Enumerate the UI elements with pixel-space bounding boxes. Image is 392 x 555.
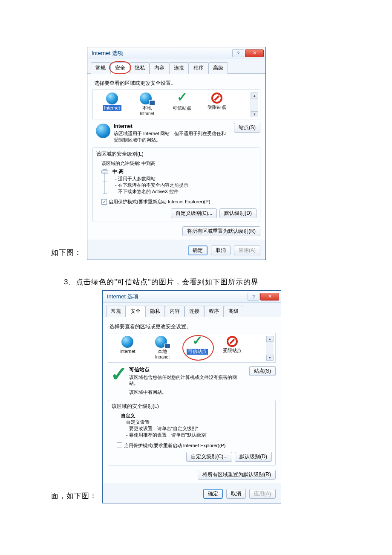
security-level-inner: 自定义 自定义设置 - 要更改设置，请单击"自定义级别" - 要使用推荐的设置，… [112,413,272,462]
deny-icon [227,336,238,347]
tab-programs[interactable]: 程序 [189,62,208,74]
tab-content[interactable]: 内容 [150,62,169,74]
zone-desc-body-1: 该区域包含您信任对您的计算机或文件没有损害的网站。 [129,374,246,387]
tab-general[interactable]: 常规 [91,62,110,74]
close-button[interactable]: ✕ [245,49,264,57]
apply-button[interactable]: 应用(A) [234,246,260,255]
scroll-up-icon[interactable]: ▴ [251,92,258,98]
scroll-track[interactable] [266,342,274,355]
help-button[interactable]: ? [248,293,259,301]
zone-internet-label: Internet [103,105,121,111]
tab-bar: 常规 安全 隐私 内容 连接 程序 高级 [87,59,265,74]
help-button[interactable]: ? [232,49,244,57]
level-bullet-1: - 适用于大多数网站 [115,176,188,182]
zone-scrollbar[interactable]: ▴ ▾ [266,336,274,361]
protected-mode-row: 启用保护模式(要求重新启动 Internet Explorer)(P) [117,442,272,449]
custom-line-3: - 要使用推荐的设置，请单击"默认级别" [126,432,272,438]
sites-button[interactable]: 站点(S) [234,123,260,133]
zone-desc-title: Internet [114,123,231,130]
reset-all-button[interactable]: 将所有区域重置为默认级别(R) [182,226,260,236]
protected-mode-checkbox[interactable] [117,442,122,448]
sites-btn-col: 站点(S) [246,366,276,376]
caption-before-1: 如下图： [51,248,82,260]
reset-row: 将所有区域重置为默认级别(R) [92,226,260,236]
level-buttons: 自定义级别(C)... 默认级别(D) [96,208,257,218]
tab-connections[interactable]: 连接 [169,62,189,74]
security-level-label: 该区域的安全级别(L) [96,150,257,158]
check-icon [109,367,128,387]
zone-local-label: 本地 [130,105,164,111]
tab-security[interactable]: 安全 [110,62,130,74]
zone-trusted-sites[interactable]: 可信站点 [180,336,215,356]
zone-desc-body: 该区域适用于 Internet 网站，但不适用于列在受信任和受限制区域中的网站。 [114,130,231,143]
tab-programs[interactable]: 程序 [204,306,224,317]
zone-trusted-sites[interactable]: 可信站点 [164,92,199,112]
zone-restricted-sites[interactable]: 受限站点 [199,92,234,111]
zone-desc-icon-col [108,366,129,387]
scroll-down-icon[interactable]: ▾ [266,355,274,361]
protected-mode-label: 启用保护模式(要求重新启动 Internet Explorer)(P) [124,442,225,449]
check-icon [176,92,188,104]
default-level-button[interactable]: 默认级别(D) [235,452,272,462]
zone-restricted-label: 受限站点 [215,348,250,354]
tab-connections[interactable]: 连接 [184,306,204,317]
tab-privacy[interactable]: 隐私 [130,62,150,74]
custom-level-button[interactable]: 自定义级别(C)... [186,452,233,462]
tab-advanced[interactable]: 高级 [208,62,228,74]
scroll-track[interactable] [251,98,258,111]
zone-internet[interactable]: Internet [110,336,145,356]
security-level-group: 该区域的安全级别(L) 该区域的允许级别: 中到高 [92,147,260,222]
ok-button[interactable]: 确定 [188,246,208,255]
security-slider[interactable] [101,169,108,194]
tab-advanced[interactable]: 高级 [224,306,243,317]
ok-button[interactable]: 确定 [203,489,223,499]
figure2-row: 面，如下图： Internet 选项 ? ✕ 常规 安全 隐私 内容 连接 程序… [51,290,341,503]
tab-general[interactable]: 常规 [106,306,126,317]
scroll-up-icon[interactable]: ▴ [266,336,274,342]
close-button[interactable]: ✕ [260,293,279,301]
level-bullet-2: - 在下载潜在的不安全内容之前提示 [115,182,188,188]
internet-options-dialog-1: Internet 选项 ? ✕ 常规 安全 隐私 内容 连接 程序 高级 选择要… [87,47,266,260]
zone-internet[interactable]: Internet [95,92,130,112]
tab-privacy[interactable]: 隐私 [145,306,165,317]
security-level-group: 该区域的安全级别(L) 自定义 自定义设置 - 要更改设置，请单击"自定义级别"… [108,400,276,465]
zone-desc-body-2: 该区域中有网站。 [129,389,246,396]
protected-mode-label: 启用保护模式(要求重新启动 Internet Explorer)(P) [109,199,210,205]
dialog-title: Internet 选项 [92,49,123,57]
cancel-button[interactable]: 取消 [226,489,246,499]
zone-description: 可信站点 该区域包含您信任对您的计算机或文件没有损害的网站。 该区域中有网站。 … [108,366,276,396]
zone-local-intranet[interactable]: 本地 Intranet [130,92,164,117]
dialog-title: Internet 选项 [107,293,138,301]
custom-level-button[interactable]: 自定义级别(C)... [171,208,217,218]
tab-content[interactable]: 内容 [165,306,184,317]
titlebar: Internet 选项 ? ✕ [87,47,265,59]
zone-local-sub: Intranet [145,355,180,360]
reset-row: 将所有区域重置为默认级别(R) [108,470,276,480]
level-description: 中-高 - 适用于大多数网站 - 在下载潜在的不安全内容之前提示 - 不下载未签… [112,168,188,194]
tab-security[interactable]: 安全 [126,306,145,317]
custom-line-2: - 要更改设置，请单击"自定义级别" [126,425,272,432]
reset-all-button[interactable]: 将所有区域重置为默认级别(R) [198,470,276,480]
custom-title: 自定义 [121,413,272,419]
zone-scrollbar[interactable]: ▴ ▾ [251,92,258,117]
zone-restricted-sites[interactable]: 受限站点 [215,336,250,355]
apply-button[interactable]: 应用(A) [249,489,276,499]
security-slider-row: 中-高 - 适用于大多数网站 - 在下载潜在的不安全内容之前提示 - 不下载未签… [101,168,257,194]
tab-bar: 常规 安全 隐私 内容 连接 程序 高级 [103,303,281,317]
sites-button[interactable]: 站点(S) [249,366,276,376]
zone-list: Internet 本地 Intranet 可信站点 [92,90,260,119]
internet-options-dialog-2: Internet 选项 ? ✕ 常规 安全 隐私 内容 连接 程序 高级 选择要… [102,290,281,503]
zone-desc-title: 可信站点 [129,366,246,373]
titlebar: Internet 选项 ? ✕ [103,291,281,303]
zone-internet-label: Internet [110,349,145,355]
scroll-down-icon[interactable]: ▾ [251,111,258,117]
cancel-button[interactable]: 取消 [211,246,231,255]
default-level-button[interactable]: 默认级别(D) [219,208,257,218]
protected-mode-checkbox[interactable]: ✓ [101,199,107,205]
globe-icon [121,336,133,348]
zone-local-intranet[interactable]: 本地 Intranet [145,336,180,361]
level-bullet-3: - 不下载未签名的 ActiveX 控件 [115,188,188,195]
level-buttons: 自定义级别(C)... 默认级别(D) [112,452,272,462]
allowed-levels: 该区域的允许级别: 中到高 [101,160,257,167]
custom-lines: 自定义设置 - 要更改设置，请单击"自定义级别" - 要使用推荐的设置，请单击"… [126,419,272,438]
